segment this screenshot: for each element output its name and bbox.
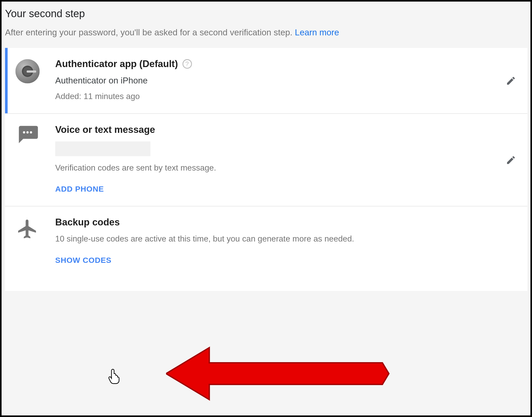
- pencil-icon: [506, 155, 516, 165]
- sms-description: Verification codes are sent by text mess…: [55, 163, 517, 173]
- help-icon[interactable]: ?: [182, 59, 192, 69]
- authenticator-device: Authenticator on iPhone: [55, 76, 517, 86]
- authenticator-added: Added: 11 minutes ago: [55, 92, 517, 101]
- section-title: Your second step: [5, 8, 527, 20]
- authenticator-row: Authenticator app (Default) ? Authentica…: [5, 48, 527, 114]
- learn-more-link[interactable]: Learn more: [295, 28, 339, 37]
- backup-description: 10 single-use codes are active at this t…: [55, 234, 517, 244]
- edit-authenticator-button[interactable]: [503, 73, 519, 88]
- second-step-card: Authenticator app (Default) ? Authentica…: [5, 48, 527, 291]
- airplane-icon: [15, 217, 39, 240]
- redacted-phone: [55, 141, 151, 156]
- backup-title: Backup codes: [55, 217, 517, 228]
- svg-rect-3: [27, 70, 36, 73]
- authenticator-title: Authenticator app (Default) ?: [55, 58, 517, 69]
- section-header: Your second step After entering your pas…: [2, 2, 531, 48]
- section-subtitle: After entering your password, you'll be …: [5, 28, 527, 37]
- pencil-icon: [506, 75, 516, 86]
- sms-icon: [15, 124, 39, 144]
- add-phone-button[interactable]: ADD PHONE: [55, 185, 104, 194]
- sms-row: Voice or text message Verification codes…: [5, 114, 527, 206]
- backup-codes-row: Backup codes 10 single-use codes are act…: [5, 206, 527, 291]
- annotation-arrow: [166, 346, 391, 402]
- svg-point-5: [26, 131, 29, 134]
- authenticator-icon: [15, 58, 39, 83]
- svg-marker-7: [166, 348, 389, 400]
- sms-title: Voice or text message: [55, 124, 517, 135]
- svg-point-6: [30, 131, 32, 134]
- cursor-icon: [109, 368, 122, 384]
- show-codes-button[interactable]: SHOW CODES: [55, 256, 112, 265]
- svg-point-4: [23, 131, 25, 134]
- edit-sms-button[interactable]: [503, 152, 519, 168]
